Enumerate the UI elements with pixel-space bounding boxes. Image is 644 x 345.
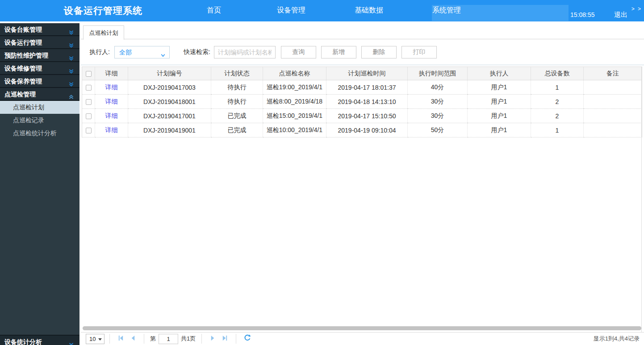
executor-cell: 用户1 [468, 95, 531, 109]
detail-cell: 详细 [95, 95, 128, 109]
device-count-cell: 2 [531, 109, 584, 123]
inspection-plan-table: 详细 计划编号 计划状态 点巡检名称 计划巡检时间 执行时间范围 执行人 总设备… [82, 67, 642, 137]
sidebar-item-equipment-repair[interactable]: 设备维修管理 [0, 62, 79, 75]
remark-cell [584, 123, 642, 137]
detail-link[interactable]: 详细 [105, 112, 118, 119]
plan-time-cell: 2019-04-17 18:01:37 [326, 80, 408, 95]
query-button[interactable]: 查询 [281, 46, 316, 58]
detail-cell: 详细 [95, 109, 128, 123]
row-checkbox[interactable] [86, 85, 92, 91]
refresh-icon[interactable] [244, 334, 251, 343]
col-device-count: 总设备数 [531, 67, 584, 80]
quick-search-input[interactable] [214, 46, 276, 58]
row-checkbox[interactable] [86, 128, 92, 133]
executor-cell: 用户1 [468, 109, 531, 123]
device-count-cell: 1 [531, 123, 584, 137]
remark-cell [584, 109, 642, 123]
inspection-name-cell: 巡检15:00_2019/4/1 [263, 109, 326, 123]
col-plan-status: 计划状态 [211, 67, 263, 80]
sidebar-item-equipment-operation[interactable]: 设备运行管理 [0, 36, 79, 49]
total-pages-label: 共1页 [181, 335, 196, 343]
tab-bar: 点巡检计划 [80, 23, 644, 39]
row-checkbox[interactable] [86, 113, 92, 119]
exec-range-cell: 30分 [408, 95, 468, 109]
table-row: 详细DXJ-20190418001待执行巡检8:00_2019/4/182019… [82, 95, 642, 109]
select-all-header [82, 67, 95, 80]
inspection-name-cell: 巡检8:00_2019/4/18 [263, 95, 326, 109]
main-panel: 点巡检计划 执行人: 全部 快速检索: 查询 新增 删除 打印 详细 计划编号 … [80, 23, 644, 345]
chevron-down-icon [160, 50, 166, 62]
delete-button[interactable]: 删除 [361, 46, 397, 58]
row-checkbox-cell [82, 95, 95, 109]
remark-cell [584, 80, 642, 95]
chevron-down-icon [68, 339, 74, 345]
col-exec-range: 执行时间范围 [408, 67, 468, 80]
col-remark: 备注 [584, 67, 642, 80]
sidebar-subitem-inspection-analysis[interactable]: 点巡检统计分析 [0, 127, 79, 140]
row-checkbox-cell [82, 123, 95, 137]
exec-range-cell: 40分 [408, 80, 468, 95]
sidebar-subitem-inspection-plan[interactable]: 点巡检计划 [0, 101, 79, 114]
panel-right-border [641, 67, 642, 345]
horizontal-scrollbar[interactable] [83, 326, 641, 330]
clock: 15:08:55 [570, 11, 595, 18]
detail-link[interactable]: 详细 [105, 83, 118, 91]
sidebar-item-equipment-ledger[interactable]: 设备台账管理 [0, 23, 79, 36]
divider [109, 334, 110, 344]
plan-code-cell: DXJ-20190417003 [128, 80, 211, 95]
next-page-icon[interactable] [209, 335, 216, 343]
top-navbar: 设备运行管理系统 首页 设备管理 基础数据 系统管理 15:08:55 退出 >… [0, 0, 644, 21]
executor-cell: 用户1 [468, 80, 531, 95]
sidebar: 设备台账管理 设备运行管理 预防性维护管理 设备维修管理 设备保养管理 点巡检管… [0, 23, 79, 345]
divider [201, 334, 202, 344]
nav-home[interactable]: 首页 [207, 6, 221, 15]
sidebar-item-equipment-upkeep[interactable]: 设备保养管理 [0, 75, 79, 88]
plan-code-cell: DXJ-20190419001 [128, 123, 211, 137]
sidebar-item-equipment-statistics[interactable]: 设备统计分析 [0, 335, 79, 345]
collapse-arrows-icon[interactable]: > > [631, 6, 642, 12]
plan-time-cell: 2019-04-19 09:10:04 [326, 123, 408, 137]
prev-page-icon[interactable] [130, 335, 136, 343]
select-all-checkbox[interactable] [86, 71, 92, 77]
detail-cell: 详细 [95, 123, 128, 137]
detail-link[interactable]: 详细 [105, 126, 118, 133]
detail-link[interactable]: 详细 [105, 98, 118, 105]
plan-code-cell: DXJ-20190417001 [128, 109, 211, 123]
row-checkbox[interactable] [86, 99, 92, 105]
nav-base-data[interactable]: 基础数据 [355, 6, 383, 15]
sidebar-item-inspection-management[interactable]: 点巡检管理 [0, 88, 79, 101]
col-plan-code: 计划编号 [128, 67, 211, 80]
last-page-icon[interactable] [222, 335, 228, 343]
nav-system-management[interactable]: 系统管理 [432, 6, 461, 15]
detail-cell: 详细 [95, 80, 128, 95]
inspection-name-cell: 巡检19:00_2019/4/1 [263, 80, 326, 95]
inspection-name-cell: 巡检10:00_2019/4/1 [263, 123, 326, 137]
logout-button[interactable]: 退出 [614, 11, 627, 19]
executor-select[interactable]: 全部 [114, 46, 170, 58]
scrollbar-thumb[interactable] [83, 326, 641, 330]
first-page-icon[interactable] [117, 335, 124, 343]
plan-status-cell: 待执行 [211, 80, 263, 95]
pagination-bar: 10 第 共1页 显示1到4,共4记录 [80, 332, 644, 345]
print-button[interactable]: 打印 [401, 46, 437, 58]
device-count-cell: 2 [531, 95, 584, 109]
plan-time-cell: 2019-04-17 15:10:50 [326, 109, 408, 123]
chevron-up-icon [68, 91, 74, 104]
plan-status-cell: 待执行 [211, 95, 263, 109]
tab-inspection-plan[interactable]: 点巡检计划 [83, 25, 124, 40]
page-size-select[interactable]: 10 [86, 334, 105, 344]
divider [144, 334, 144, 344]
page-label: 第 [150, 335, 156, 343]
col-plan-time: 计划巡检时间 [326, 67, 408, 80]
nav-device-management[interactable]: 设备管理 [277, 6, 305, 15]
caret-down-icon [98, 338, 102, 341]
add-button[interactable]: 新增 [321, 46, 356, 58]
sidebar-subitem-inspection-record[interactable]: 点巡检记录 [0, 114, 79, 127]
executor-label: 执行人: [89, 48, 110, 56]
sidebar-item-preventive-maintenance[interactable]: 预防性维护管理 [0, 49, 79, 62]
table-header-row: 详细 计划编号 计划状态 点巡检名称 计划巡检时间 执行时间范围 执行人 总设备… [82, 67, 642, 80]
col-executor: 执行人 [468, 67, 531, 80]
col-inspection-name: 点巡检名称 [263, 67, 326, 80]
page-number-input[interactable] [159, 334, 178, 344]
plan-status-cell: 已完成 [211, 109, 263, 123]
